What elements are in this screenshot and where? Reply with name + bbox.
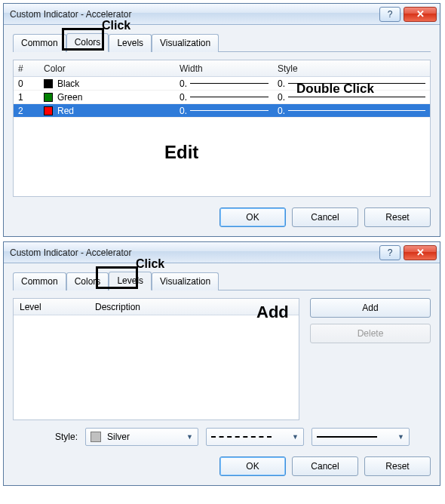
levels-side-buttons: Add Delete [310, 298, 431, 343]
width-preview-icon [190, 97, 269, 97]
col-style[interactable]: Style [273, 63, 430, 74]
table-row[interactable]: 1 Green 0. 0. [14, 91, 430, 104]
tab-bar: Common Colors Levels Visualization [13, 32, 431, 52]
color-swatch-icon [44, 93, 53, 102]
tab-bar: Common Colors Levels Visualization [13, 271, 431, 290]
style-color-name: Silver [107, 432, 130, 442]
cell-style: 0. [273, 78, 430, 89]
button-row: OK Cancel Reset [13, 207, 431, 227]
add-button[interactable]: Add [310, 298, 431, 318]
tab-levels[interactable]: Levels [109, 34, 152, 52]
close-icon: ✕ [416, 8, 425, 20]
style-preview-icon [288, 83, 425, 84]
annotation-edit: Edit [164, 142, 198, 163]
ok-button[interactable]: OK [219, 207, 286, 227]
help-icon: ? [388, 247, 393, 258]
levels-header: Level Description [14, 299, 299, 315]
levels-area: Level Description Add Delete [13, 298, 431, 420]
window-title: Custom Indicator - Accelerator [10, 9, 376, 20]
tab-levels[interactable]: Levels [109, 272, 152, 290]
tab-visualization[interactable]: Visualization [152, 272, 219, 290]
color-swatch-icon [44, 79, 53, 88]
color-swatch-icon [44, 106, 53, 115]
col-description[interactable]: Description [89, 299, 146, 315]
table-row[interactable]: 0 Black 0. 0. [14, 77, 430, 91]
colors-table: # Color Width Style 0 Black 0. 0. 1 [13, 60, 431, 197]
col-width[interactable]: Width [175, 63, 273, 74]
ok-button[interactable]: OK [219, 456, 286, 476]
delete-button: Delete [310, 324, 431, 343]
style-row: Style: Silver ▼ ▼ ▼ [13, 428, 431, 446]
tab-colors[interactable]: Colors [66, 33, 109, 52]
style-color-combo[interactable]: Silver ▼ [85, 428, 198, 446]
col-color[interactable]: Color [39, 63, 175, 74]
color-name: Red [57, 106, 74, 116]
cell-style: 0. [273, 106, 430, 116]
width-preview-icon [190, 83, 269, 84]
tab-common[interactable]: Common [13, 34, 66, 52]
help-button[interactable]: ? [379, 7, 400, 22]
table-header: # Color Width Style [14, 60, 430, 77]
style-width-combo[interactable]: ▼ [312, 428, 410, 446]
cell-idx: 0 [14, 78, 39, 89]
titlebar[interactable]: Custom Indicator - Accelerator ? ✕ [4, 4, 440, 25]
solid-preview-icon [317, 436, 377, 438]
tab-common[interactable]: Common [13, 272, 66, 290]
titlebar[interactable]: Custom Indicator - Accelerator ? ✕ [4, 242, 440, 263]
cell-idx: 2 [14, 106, 39, 116]
dash-preview-icon [211, 436, 272, 438]
cell-color: Black [39, 78, 175, 89]
style-preview-icon [288, 97, 425, 97]
cancel-button[interactable]: Cancel [292, 207, 358, 227]
cell-width: 0. [175, 106, 273, 116]
chevron-down-icon: ▼ [186, 433, 193, 441]
help-button[interactable]: ? [379, 245, 400, 260]
cancel-button[interactable]: Cancel [292, 456, 358, 476]
cell-width: 0. [175, 92, 273, 103]
style-dash-combo[interactable]: ▼ [206, 428, 304, 446]
cell-width: 0. [175, 78, 273, 89]
help-icon: ? [388, 9, 393, 20]
color-name: Black [57, 78, 79, 89]
width-preview-icon [190, 110, 269, 111]
dialog-body: Click Common Colors Levels Visualization… [4, 263, 440, 485]
dialog-levels: Custom Indicator - Accelerator ? ✕ Click… [3, 241, 440, 486]
width-value: 0. [180, 78, 187, 89]
close-icon: ✕ [416, 247, 425, 258]
color-swatch-icon [91, 432, 101, 442]
cell-style: 0. [273, 92, 430, 103]
levels-table[interactable]: Level Description [13, 298, 299, 420]
style-value: 0. [278, 78, 285, 89]
reset-button[interactable]: Reset [364, 207, 431, 227]
tab-colors[interactable]: Colors [66, 272, 109, 290]
chevron-down-icon: ▼ [397, 433, 404, 441]
style-label: Style: [55, 432, 78, 442]
cell-color: Red [39, 106, 175, 116]
width-value: 0. [180, 92, 187, 103]
cell-color: Green [39, 92, 175, 103]
close-button[interactable]: ✕ [404, 7, 437, 22]
col-level[interactable]: Level [14, 299, 89, 315]
cell-idx: 1 [14, 92, 39, 103]
button-row: OK Cancel Reset [13, 456, 431, 476]
style-preview-icon [288, 110, 425, 111]
color-name: Green [57, 92, 82, 103]
close-button[interactable]: ✕ [404, 245, 437, 260]
style-value: 0. [278, 106, 285, 116]
dialog-colors: Custom Indicator - Accelerator ? ✕ Click… [3, 3, 440, 237]
reset-button[interactable]: Reset [364, 456, 431, 476]
window-title: Custom Indicator - Accelerator [10, 247, 376, 258]
width-value: 0. [180, 106, 187, 116]
chevron-down-icon: ▼ [292, 433, 299, 441]
style-value: 0. [278, 92, 285, 103]
table-row-selected[interactable]: 2 Red 0. 0. [14, 104, 430, 118]
tab-visualization[interactable]: Visualization [152, 34, 219, 52]
dialog-body: Click Common Colors Levels Visualization… [4, 25, 440, 236]
col-index[interactable]: # [14, 63, 39, 74]
